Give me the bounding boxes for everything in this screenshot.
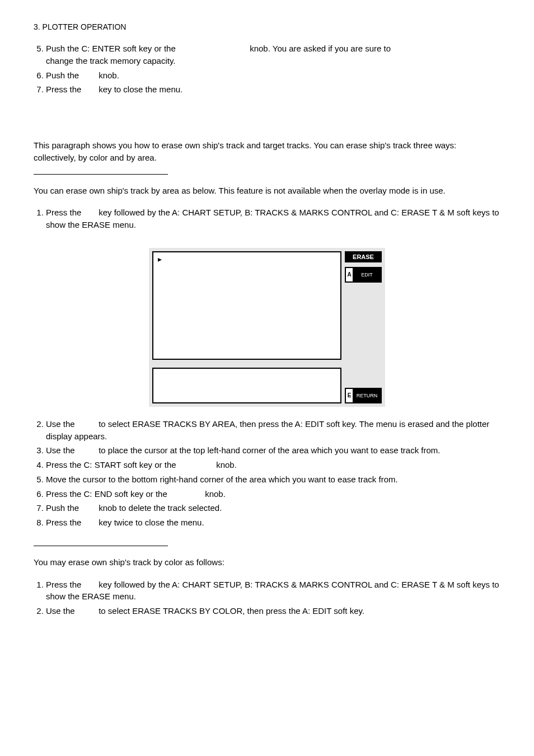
paragraph: This paragraph shows you how to erase ow… (34, 139, 500, 164)
text-fragment: change the track memory capacity. (46, 56, 176, 65)
softkey-letter: A (346, 268, 353, 281)
text-fragment: Push the C: ENTER soft key or the (46, 43, 225, 55)
text-fragment: Press the C: START soft key or the (46, 459, 214, 471)
text-fragment: Use the (46, 605, 96, 617)
diagram-side-bottom: E RETURN (345, 388, 382, 403)
paragraph: You can erase own ship's track by area a… (34, 185, 500, 197)
text-fragment: Press the C: END soft key or the (46, 488, 203, 500)
diagram-bottom-row: E RETURN (152, 368, 382, 403)
list-item: Use the to select ERASE TRACKS BY COLOR,… (46, 605, 500, 617)
text-fragment: Use the (46, 418, 96, 430)
text-fragment: key twice to close the menu. (99, 518, 204, 527)
diagram-main-box: ▸ (152, 251, 341, 360)
text-fragment: Press the (46, 83, 96, 96)
softkey-text: EDIT (353, 268, 381, 281)
text-fragment: Press the (46, 206, 96, 219)
text-fragment: knob. (216, 460, 237, 469)
list-item: Move the cursor to the bottom right-hand… (46, 473, 500, 486)
list-item: Push the knob to delete the track select… (46, 502, 500, 514)
instruction-list-4: Press the key followed by the A: CHART S… (34, 579, 500, 617)
text-fragment: knob. (205, 489, 226, 499)
section-rule (34, 546, 168, 546)
return-softkey: E RETURN (345, 388, 382, 403)
list-item: Use the to place the cursor at the top l… (46, 444, 500, 457)
instruction-list-1: Push the C: ENTER soft key or the knob. … (34, 43, 500, 96)
softkey-letter: E (346, 389, 353, 402)
list-item: Press the C: START soft key or the knob. (46, 459, 500, 471)
instruction-list-3: Use the to select ERASE TRACKS BY AREA, … (34, 418, 500, 529)
text-fragment: Press the (46, 579, 96, 591)
text-fragment: key to close the menu. (99, 84, 182, 94)
text-fragment: key followed by the A: CHART SETUP, B: T… (46, 580, 499, 602)
list-item: Press the key to close the menu. (46, 83, 500, 96)
list-item: Push the C: ENTER soft key or the knob. … (46, 43, 500, 67)
erase-menu-diagram: ▸ ERASE A EDIT E RETURN (149, 248, 385, 407)
list-item: Press the key twice to close the menu. (46, 516, 500, 529)
diagram-side-top: ERASE A EDIT (345, 251, 382, 283)
paragraph: You may erase own ship's track by color … (34, 556, 500, 569)
list-item: Press the C: END soft key or the knob. (46, 488, 500, 500)
softkey-text: RETURN (353, 389, 381, 402)
list-item: Push the knob. (46, 69, 500, 82)
text-fragment: knob to delete the track selected. (99, 503, 222, 513)
text-fragment: Move the cursor to the bottom right-hand… (46, 475, 398, 484)
diagram-top-row: ▸ ERASE A EDIT (152, 251, 382, 360)
text-fragment: to place the cursor at the top left-hand… (99, 445, 440, 455)
list-item: Press the key followed by the A: CHART S… (46, 206, 500, 231)
diagram-bottom-box (152, 368, 341, 403)
text-fragment: Push the (46, 69, 96, 82)
text-fragment: Use the (46, 444, 96, 457)
section-rule (34, 174, 168, 175)
text-fragment: Push the (46, 502, 96, 514)
play-icon: ▸ (158, 255, 162, 264)
erase-title-label: ERASE (345, 251, 382, 262)
list-item: Use the to select ERASE TRACKS BY AREA, … (46, 418, 500, 443)
text-fragment: to select ERASE TRACKS BY COLOR, then pr… (99, 606, 364, 616)
text-fragment: knob. (99, 71, 119, 80)
page-header: 3. PLOTTER OPERATION (34, 22, 500, 31)
list-item: Press the key followed by the A: CHART S… (46, 579, 500, 603)
text-fragment: knob. You are asked if you are sure to (250, 43, 391, 55)
edit-softkey: A EDIT (345, 267, 382, 283)
instruction-list-2: Press the key followed by the A: CHART S… (34, 206, 500, 231)
text-fragment: Press the (46, 516, 96, 529)
text-fragment: to select ERASE TRACKS BY AREA, then pre… (46, 419, 489, 441)
text-fragment: key followed by the A: CHART SETUP, B: T… (46, 208, 499, 229)
